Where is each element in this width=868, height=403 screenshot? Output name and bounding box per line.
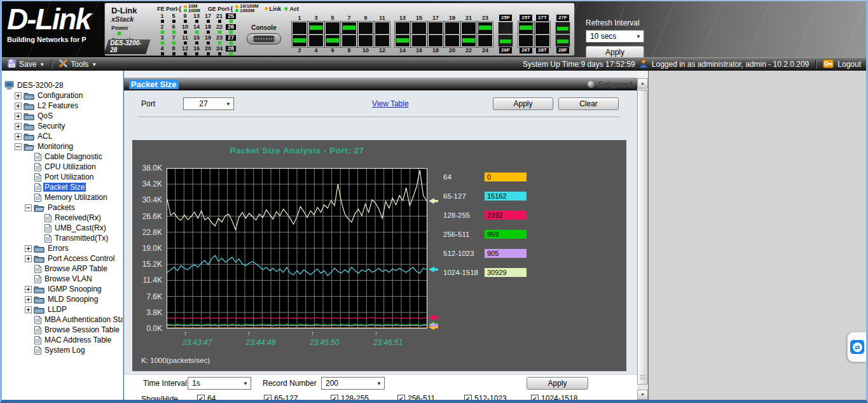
scroll-up-button[interactable]: ▲ [637,78,648,88]
sidebar-item-security[interactable]: Security [2,121,123,131]
sidebar-item-errors[interactable]: Errors [2,243,123,253]
scrollbar-track[interactable] [637,88,648,390]
sidebar-item-port-utilization[interactable]: Port Utilization [2,172,123,182]
sidebar-item-mld-snooping[interactable]: MLD Snooping [2,294,123,304]
vertical-scrollbar[interactable]: ▲ ▼ [637,71,648,400]
port-number-label: 12 [375,47,390,53]
legend-row-128-255: 128-2552392 [443,211,527,220]
tree-item-label[interactable]: DES-3200-28 [16,81,65,90]
expand-plus-icon[interactable] [15,133,22,140]
refresh-apply-button[interactable]: Apply [586,46,644,57]
tree-item-label[interactable]: ACL [36,132,53,141]
tree-item-label[interactable]: Monitoring [36,142,74,151]
bottom-apply-button[interactable]: Apply [527,377,588,390]
sidebar-item-port-access-control[interactable]: Port Access Control [2,253,123,264]
safeguard-logo: Safeguard [588,80,632,88]
apply-button[interactable]: Apply [493,97,553,110]
sidebar-item-transmitted-tx[interactable]: Transmitted(Tx) [2,233,123,243]
tree-item-label[interactable]: Cable Diagnostic [43,152,104,161]
sidebar-item-umb-cast-rx[interactable]: UMB_Cast(Rx) [2,223,123,233]
sidebar-item-cable-diagnostic[interactable]: Cable Diagnostic [2,152,123,162]
sidebar-item-lldp[interactable]: LLDP [2,304,123,315]
expand-plus-icon[interactable] [15,123,22,130]
checkbox-512-1023[interactable]: ✓ [464,395,472,400]
tree-item-label[interactable]: UMB_Cast(Rx) [53,223,107,232]
tree-item-label[interactable]: Browse Session Table [43,325,121,334]
tree-item-label[interactable]: Received(Rx) [53,213,102,222]
clear-button[interactable]: Clear [558,97,619,110]
refresh-interval-select[interactable]: 10 secs ▼ [586,30,644,43]
tree-item-label[interactable]: LLDP [46,305,68,314]
collapse-minus-icon[interactable] [15,143,22,150]
save-menu-button[interactable]: Save ▼ [7,59,45,70]
tree-item-label[interactable]: Security [36,122,66,131]
sidebar-item-packet-size[interactable]: Packet Size [2,182,123,192]
sidebar-item-mba-authentication-state[interactable]: MBA Authentication State [2,315,123,325]
port-led-cell-13: 13 [191,13,202,23]
view-table-link[interactable]: View Table [372,99,409,108]
tree-item-label[interactable]: Packet Size [43,183,86,192]
scroll-down-button[interactable]: ▼ [637,390,648,400]
sidebar-item-monitoring[interactable]: Monitoring [2,141,123,152]
tree-item-label[interactable]: MBA Authentication State [43,315,123,324]
sidebar-item-l2-features[interactable]: L2 Features [2,101,123,111]
checkbox-1024-1518[interactable]: ✓ [531,395,539,400]
expand-plus-icon[interactable] [25,245,32,252]
tree-item-label[interactable]: IGMP Snooping [46,285,103,293]
tree-item-label[interactable]: MAC Address Table [43,336,113,344]
collapse-minus-icon[interactable] [25,204,32,211]
expand-plus-icon[interactable] [15,92,22,99]
tree-item-label[interactable]: Memory Utilization [43,193,109,202]
sidebar-item-received-rx[interactable]: Received(Rx) [2,213,123,223]
tree-item-label[interactable]: Port Access Control [46,254,116,263]
sidebar-item-packets[interactable]: Packets [2,202,123,213]
sidebar-item-acl[interactable]: ACL [2,131,123,141]
expand-plus-icon[interactable] [15,113,22,120]
checkbox-256-511[interactable]: ✓ [397,395,405,400]
checkbox-128-255[interactable]: ✓ [331,395,338,400]
tree-item-label[interactable]: Packets [46,203,76,212]
expand-plus-icon[interactable] [25,286,32,293]
tree-item-label[interactable]: L2 Features [36,101,79,110]
tree-item-label[interactable]: Browse ARP Table [43,264,109,273]
record-number-select[interactable]: 200 ▼ [321,377,385,390]
tree-item-label[interactable]: Transmitted(Tx) [53,234,109,243]
port-number-label: 24 [478,47,493,53]
sidebar-item-des-3200-28[interactable]: DES-3200-28 [2,80,123,90]
rj45-port-1 [292,22,307,34]
show-hide-item-1024-1518: ✓1024-1518 [531,394,577,400]
tree-item-label[interactable]: Browse VLAN [43,274,93,283]
sidebar-item-browse-arp-table[interactable]: Browse ARP Table [2,264,123,274]
sidebar-item-qos[interactable]: QoS [2,111,123,121]
sidebar-item-system-log[interactable]: System Log [2,345,123,355]
sidebar-item-igmp-snooping[interactable]: IGMP Snooping [2,284,123,294]
tree-item-label[interactable]: Errors [46,244,70,253]
tree-item-label[interactable]: MLD Snooping [46,295,99,304]
port-led-15 [195,41,198,45]
tree-item-label[interactable]: CPU Utilization [43,162,97,171]
sidebar-item-browse-session-table[interactable]: Browse Session Table [2,325,123,335]
time-interval-select[interactable]: 1s ▼ [188,377,251,390]
expand-plus-icon[interactable] [25,306,32,313]
device-icon [4,81,14,90]
sidebar-item-cpu-utilization[interactable]: CPU Utilization [2,162,123,172]
scrollbar-thumb[interactable] [637,90,648,385]
tree-item-label[interactable]: System Log [43,346,86,355]
sidebar-item-mac-address-table[interactable]: MAC Address Table [2,335,123,345]
expand-plus-icon[interactable] [25,296,32,303]
expand-plus-icon[interactable] [25,255,32,262]
port-select[interactable]: 27 ▼ [183,97,234,110]
packet-size-chart-panel: Packet Size Analysis - Port: 27 38.0K34.… [132,140,626,371]
tree-item-label[interactable]: QoS [36,111,54,120]
expand-plus-icon[interactable] [15,103,22,110]
checkbox-64[interactable]: ✓ [197,395,205,400]
teamviewer-tab[interactable]: ⇄ [847,332,866,362]
sidebar-item-memory-utilization[interactable]: Memory Utilization [2,192,123,202]
logout-button[interactable]: Logout [837,60,861,69]
tree-item-label[interactable]: Port Utilization [43,173,95,181]
tree-item-label[interactable]: Configuration [36,91,84,100]
tools-menu-button[interactable]: Tools ▼ [59,59,97,70]
sidebar-item-configuration[interactable]: Configuration [2,90,123,101]
sidebar-item-browse-vlan[interactable]: Browse VLAN [2,274,123,284]
checkbox-65-127[interactable]: ✓ [264,395,272,400]
